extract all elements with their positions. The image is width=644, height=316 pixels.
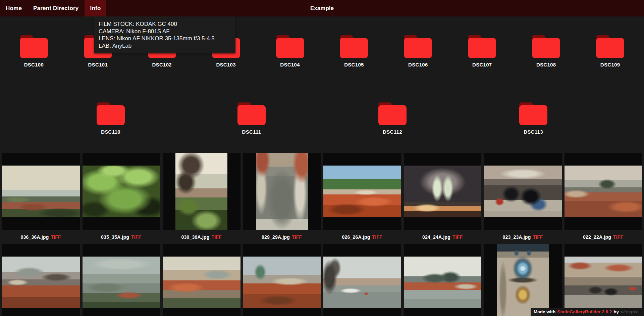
thumbnail[interactable]	[484, 153, 562, 230]
folder-item[interactable]: DSC107	[452, 35, 512, 70]
tiff-link[interactable]: TIFF	[51, 234, 61, 240]
thumbnail[interactable]	[323, 244, 401, 316]
srgn-logo[interactable]: </srgn>	[621, 309, 638, 314]
thumbnail-caption: 024_24A.jpg TIFF	[404, 230, 482, 244]
thumbnail-image[interactable]	[323, 166, 401, 217]
thumbnail[interactable]	[163, 153, 240, 230]
thumbnail[interactable]	[163, 244, 240, 316]
thumbnail-caption: 023_23A.jpg TIFF	[484, 230, 562, 244]
thumbnail-image[interactable]	[565, 166, 642, 217]
folder-icon	[340, 35, 368, 58]
folder-icon	[20, 35, 48, 58]
folder-item[interactable]: DSC111	[221, 102, 282, 137]
gallery-item	[83, 244, 160, 316]
gallery-item	[565, 244, 642, 316]
thumbnail-image[interactable]	[484, 166, 562, 217]
watermark: Made with StaticGalleryBuilder 2.6.2 by …	[531, 308, 644, 316]
tiff-link[interactable]: TIFF	[131, 234, 141, 240]
folder-item[interactable]: DSC106	[388, 35, 448, 70]
thumbnail[interactable]	[323, 153, 401, 230]
folder-label: DSC109	[600, 62, 620, 67]
thumbnail[interactable]	[243, 244, 321, 316]
info-line: LAB: AnyLab	[99, 42, 231, 50]
thumbnail-image[interactable]	[163, 257, 240, 308]
nav-link-parent-directory[interactable]: Parent Directory	[28, 0, 84, 16]
thumbnail-image[interactable]	[83, 166, 160, 217]
thumbnail-image[interactable]	[175, 153, 227, 230]
gallery-item	[323, 244, 401, 316]
folder-item[interactable]: DSC104	[260, 35, 320, 70]
thumbnail-image[interactable]	[83, 257, 160, 308]
folder-label: DSC113	[524, 129, 543, 135]
nav-link-info[interactable]: Info	[85, 0, 107, 16]
tiff-link[interactable]: TIFF	[533, 234, 543, 240]
thumbnail-caption: 035_35A.jpg TIFF	[83, 230, 160, 244]
image-filename: 036_36A.jpg	[21, 234, 49, 240]
folder-label: DSC112	[383, 129, 402, 135]
thumbnail-caption: 030_30A.jpg TIFF	[163, 230, 240, 244]
thumbnail[interactable]	[404, 244, 482, 316]
image-filename: 022_22A.jpg	[583, 234, 611, 240]
tiff-link[interactable]: TIFF	[613, 234, 623, 240]
thumbnail-image[interactable]	[256, 153, 308, 230]
tiff-link[interactable]: TIFF	[292, 234, 302, 240]
folder-item[interactable]: DSC108	[516, 35, 576, 70]
folder-icon	[378, 102, 407, 125]
image-filename: 024_24A.jpg	[422, 234, 450, 240]
thumbnail[interactable]	[2, 244, 80, 316]
thumbnail[interactable]	[83, 153, 160, 230]
tiff-link[interactable]: TIFF	[212, 234, 222, 240]
nav-link-home[interactable]: Home	[0, 0, 28, 16]
folder-label: DSC104	[280, 62, 300, 67]
thumbnail-image[interactable]	[497, 244, 549, 316]
thumbnail[interactable]	[2, 153, 80, 230]
thumbnail-image[interactable]	[565, 257, 642, 308]
thumbnail-caption: 036_36A.jpg TIFF	[2, 230, 80, 244]
thumbnail[interactable]	[565, 153, 642, 230]
thumbnail-image[interactable]	[404, 257, 482, 308]
watermark-product: StaticGalleryBuilder 2.6.2	[557, 309, 612, 314]
folder-icon	[596, 35, 624, 58]
folder-label: DSC107	[472, 62, 492, 67]
thumbnail-image[interactable]	[404, 166, 482, 217]
thumbnail-image[interactable]	[2, 166, 80, 217]
folder-label: DSC101	[88, 62, 108, 67]
folder-label: DSC100	[24, 62, 44, 67]
folder-item[interactable]: DSC100	[4, 35, 64, 70]
tiff-link[interactable]: TIFF	[452, 234, 463, 240]
gallery-item	[2, 244, 80, 316]
gallery-item: 030_30A.jpg TIFF	[163, 153, 240, 244]
gallery-item	[484, 244, 562, 316]
thumbnail[interactable]	[404, 153, 482, 230]
top-navbar: Home Parent Directory Info Example	[0, 0, 644, 16]
gallery-item: 024_24A.jpg TIFF	[404, 153, 482, 244]
thumbnail[interactable]	[83, 244, 160, 316]
folder-icon	[468, 35, 496, 58]
folder-item[interactable]: DSC105	[324, 35, 384, 70]
image-filename: 030_30A.jpg	[181, 234, 210, 240]
folder-icon	[404, 35, 432, 58]
thumbnail[interactable]	[565, 244, 642, 316]
folder-icon	[276, 35, 304, 58]
thumbnail-caption: 026_26A.jpg TIFF	[323, 230, 401, 244]
thumbnail-image[interactable]	[243, 257, 321, 308]
info-dropdown-panel: FILM STOCK: KODAK GC 400CAMERA: Nikon F-…	[94, 16, 235, 53]
folder-icon	[519, 102, 547, 125]
thumbnail[interactable]	[243, 153, 321, 230]
folder-item[interactable]: DSC110	[80, 102, 141, 137]
thumbnail-grid: 036_36A.jpg TIFF 035_35A.jpg TIFF 030_30…	[2, 153, 642, 316]
tiff-link[interactable]: TIFF	[372, 234, 382, 240]
gallery-item: 022_22A.jpg TIFF	[565, 153, 642, 244]
gallery-item	[404, 244, 482, 316]
thumbnail-caption: 022_22A.jpg TIFF	[565, 230, 642, 244]
folder-label: DSC102	[152, 62, 172, 67]
folder-icon	[532, 35, 560, 58]
folder-icon	[97, 102, 125, 125]
folder-icon	[237, 102, 266, 125]
folder-item[interactable]: DSC109	[580, 35, 640, 70]
thumbnail-image[interactable]	[2, 257, 80, 308]
folder-item[interactable]: DSC113	[503, 102, 564, 137]
thumbnail[interactable]	[484, 244, 562, 316]
folder-item[interactable]: DSC112	[362, 102, 423, 137]
thumbnail-image[interactable]	[323, 257, 401, 308]
